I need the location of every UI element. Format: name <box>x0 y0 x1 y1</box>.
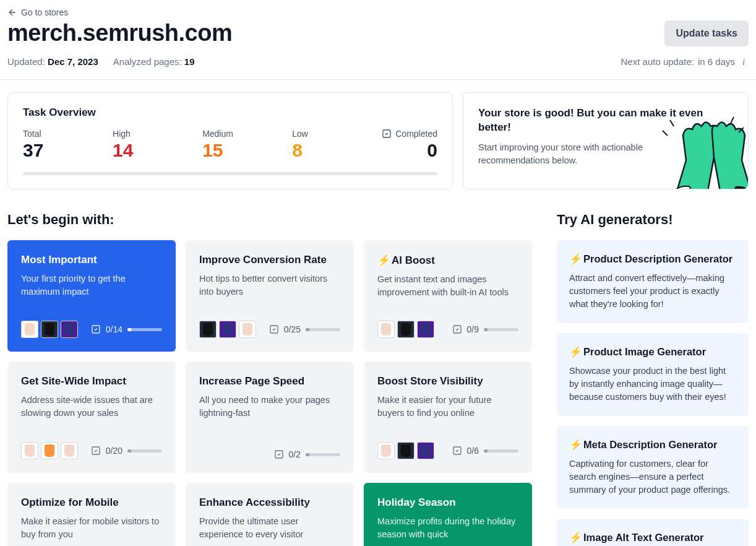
divider <box>0 79 756 80</box>
check-icon <box>269 324 279 334</box>
task-overview-title: Task Overview <box>23 106 437 119</box>
svg-line-1 <box>663 131 668 136</box>
stat-completed-value: 0 <box>382 140 437 161</box>
meta-info: Updated: Dec 7, 2023 Analyzed pages: 19 … <box>7 56 749 67</box>
task-card-optimize-for-mobile[interactable]: Optimize for Mobile Make it easier for m… <box>7 483 176 546</box>
card-title: Get Site-Wide Impact <box>21 375 162 388</box>
ai-card-product-description-generator[interactable]: ⚡ Product Description Generator Attract … <box>557 240 749 323</box>
stat-medium: Medium 15 <box>202 129 239 161</box>
check-icon <box>91 324 101 334</box>
ai-card-meta-description-generator[interactable]: ⚡ Meta Description Generator Captivating… <box>557 426 749 509</box>
progress-bar <box>127 328 162 331</box>
ai-card-description: Captivating for customers, clear for sea… <box>569 457 736 496</box>
back-link-label: Go to stores <box>21 7 68 17</box>
stat-low-value: 8 <box>292 140 329 161</box>
progress-text: 0/20 <box>106 446 122 456</box>
product-thumb <box>61 321 78 338</box>
stat-completed-label: Completed <box>395 129 437 139</box>
updated-value: Dec 7, 2023 <box>48 56 98 67</box>
card-description: Your first priority to get the maximum i… <box>21 272 162 298</box>
progress-text: 0/14 <box>106 324 122 334</box>
progress-bar <box>484 449 518 453</box>
product-thumbnails <box>377 442 434 459</box>
card-description: Address site-wide issues that are slowin… <box>21 394 162 420</box>
task-card-ai-boost[interactable]: ⚡ AI Boost Get instant text and images i… <box>364 240 532 352</box>
card-description: Hot tips to better convert visitors into… <box>199 272 340 298</box>
svg-line-2 <box>670 120 674 126</box>
product-thumbnails <box>199 321 256 338</box>
bolt-icon: ⚡ <box>377 254 390 267</box>
updated-label: Updated: <box>7 56 48 67</box>
svg-line-4 <box>731 117 734 123</box>
next-update-label: Next auto update: <box>621 56 694 67</box>
task-card-boost-store-visibility[interactable]: Boost Store Visibility Make it easier fo… <box>364 362 532 473</box>
updated-info: Updated: Dec 7, 2023 <box>7 56 98 67</box>
task-overview-card: Task Overview Total 37 High 14 Medium 15… <box>7 92 453 189</box>
card-description: Make it easier for your future buyers to… <box>377 394 518 420</box>
ai-card-image-alt-text-generator[interactable]: ⚡ Image Alt Text Generator <box>557 519 749 546</box>
check-icon <box>91 446 101 456</box>
task-card-increase-page-speed[interactable]: Increase Page Speed All you need to make… <box>186 362 354 473</box>
product-thumbnails <box>21 442 78 459</box>
task-progress: 0/2 <box>274 449 340 459</box>
card-title: Enhance Accessibility <box>199 496 340 509</box>
product-thumb <box>417 442 434 459</box>
card-description: Provide the ultimate user experience to … <box>199 515 340 541</box>
ai-card-product-image-generator[interactable]: ⚡ Product Image Generator Showcase your … <box>557 333 749 416</box>
bolt-icon: ⚡ <box>569 345 582 358</box>
product-thumb <box>397 442 415 459</box>
bolt-icon: ⚡ <box>569 531 582 544</box>
card-description: Make it easier for mobile visitors to bu… <box>21 515 162 541</box>
card-title: Boost Store Visibility <box>377 375 518 388</box>
back-to-stores-link[interactable]: Go to stores <box>7 7 68 17</box>
progress-text: 0/9 <box>467 324 479 334</box>
check-icon <box>274 449 284 459</box>
page-title: merch.semrush.com <box>7 20 232 46</box>
task-card-holiday-season[interactable]: Holiday Season Maximize profits during t… <box>364 483 532 546</box>
product-thumb <box>21 321 38 338</box>
task-card-enhance-accessibility[interactable]: Enhance Accessibility Provide the ultima… <box>186 483 354 546</box>
analyzed-value: 19 <box>184 56 195 67</box>
progress-text: 0/25 <box>284 324 301 334</box>
stat-high: High 14 <box>113 129 150 161</box>
stat-high-value: 14 <box>113 140 150 161</box>
task-progress: 0/6 <box>452 446 518 456</box>
info-icon[interactable]: i <box>739 57 749 67</box>
progress-bar <box>306 328 340 331</box>
card-description: All you need to make your pages lightnin… <box>199 394 340 420</box>
update-tasks-button[interactable]: Update tasks <box>664 20 749 46</box>
high-five-illustration <box>649 105 749 189</box>
progress-text: 0/2 <box>289 449 301 459</box>
card-title: Holiday Season <box>377 496 518 509</box>
task-card-most-important[interactable]: Most Important Your first priority to ge… <box>7 240 176 352</box>
task-progress: 0/20 <box>91 446 162 456</box>
arrow-left-icon <box>7 7 17 17</box>
stat-completed: Completed 0 <box>382 129 437 161</box>
card-title: Optimize for Mobile <box>21 496 162 509</box>
product-thumb <box>377 442 395 459</box>
product-thumb <box>397 321 415 338</box>
product-thumb <box>21 442 38 459</box>
stat-low-label: Low <box>292 129 329 139</box>
task-card-improve-conversion-rate[interactable]: Improve Conversion Rate Hot tips to bett… <box>186 240 354 352</box>
task-card-get-site-wide-impact[interactable]: Get Site-Wide Impact Address site-wide i… <box>7 362 176 473</box>
card-description: Maximize profits during the holiday seas… <box>377 515 518 541</box>
card-description: Get instant text and images improvement … <box>377 273 518 299</box>
product-thumb <box>239 321 256 338</box>
product-thumb <box>219 321 236 338</box>
card-title: ⚡ AI Boost <box>377 254 518 267</box>
ai-card-title: ⚡ Image Alt Text Generator <box>569 531 736 544</box>
ai-card-description: Showcase your product in the best light … <box>569 365 736 404</box>
check-icon <box>382 129 392 139</box>
analyzed-label: Analyzed pages: <box>113 56 184 67</box>
stat-medium-value: 15 <box>202 140 239 161</box>
stat-high-label: High <box>113 129 150 139</box>
card-title: Most Important <box>21 254 162 266</box>
bolt-icon: ⚡ <box>569 253 582 266</box>
ai-card-description: Attract and convert effectively—making c… <box>569 272 736 311</box>
stat-medium-label: Medium <box>202 129 239 139</box>
product-thumb <box>377 321 395 338</box>
product-thumb <box>41 442 58 459</box>
progress-bar <box>484 328 518 331</box>
analyzed-info: Analyzed pages: 19 <box>113 56 195 67</box>
